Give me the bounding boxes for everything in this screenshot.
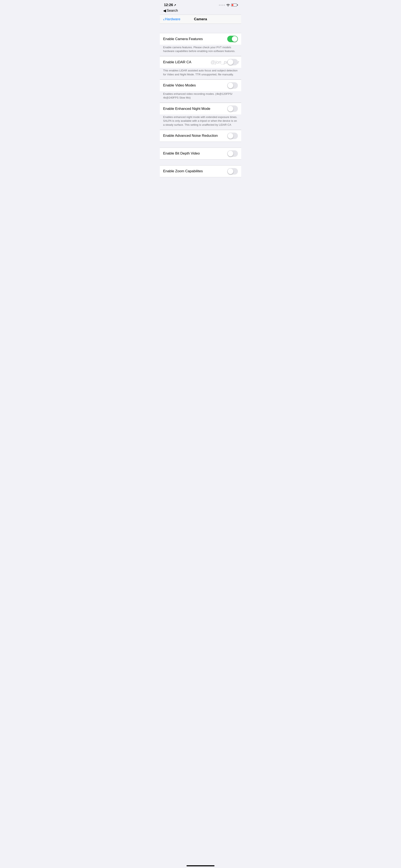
enable-night-mode-toggle[interactable]: [227, 105, 238, 112]
enable-zoom-capabilities-toggle[interactable]: [227, 168, 238, 175]
enable-video-modes-description: Enables enhanced video recording modes. …: [160, 91, 241, 103]
battery-icon: [231, 4, 237, 6]
toggle-thumb: [228, 106, 233, 112]
bit-depth-block: Enable Bit Depth Video: [160, 148, 241, 159]
camera-features-section: Enable Camera Features Enable camera fea…: [160, 33, 241, 56]
page: 12:26 ↗ ◀ Search: [160, 0, 241, 868]
enable-noise-reduction-row: Enable Advanced Noise Reduction: [160, 130, 241, 142]
enable-video-modes-toggle[interactable]: [227, 82, 238, 89]
toggle-thumb: [228, 59, 233, 65]
wifi-icon: [226, 4, 230, 6]
hardware-back-label[interactable]: Hardware: [165, 17, 181, 21]
enable-camera-features-toggle[interactable]: [227, 36, 238, 42]
toggle-thumb: [228, 133, 233, 138]
bottom-spacer: [160, 177, 241, 194]
mid-spacer-2: [160, 159, 241, 165]
video-modes-block: Enable Video Modes: [160, 80, 241, 91]
camera-features-block: Enable Camera Features: [160, 33, 241, 45]
search-nav: ◀ Search: [160, 8, 241, 14]
toggle-thumb: [228, 168, 233, 174]
enable-noise-reduction-label: Enable Advanced Noise Reduction: [163, 134, 227, 138]
enable-zoom-capabilities-label: Enable Zoom Capabilites: [163, 169, 227, 173]
hardware-back-button[interactable]: ‹ Hardware: [163, 17, 180, 22]
back-triangle-icon: ◀: [163, 8, 166, 13]
toggle-thumb: [232, 36, 238, 42]
clock: 12:26: [164, 3, 173, 7]
enable-lidar-ca-description: This enables LiDAR assisted auto focus a…: [160, 68, 241, 79]
night-mode-section: Enable Enhanced Night Mode Enables enhan…: [160, 103, 241, 130]
status-bar: 12:26 ↗: [160, 0, 241, 8]
toggle-thumb: [228, 83, 233, 88]
enable-bit-depth-label: Enable Bit Depth Video: [163, 151, 227, 156]
mid-spacer: [160, 142, 241, 148]
bit-depth-section: Enable Bit Depth Video: [160, 148, 241, 159]
search-back-row: ◀ Search: [163, 8, 238, 13]
enable-night-mode-description: Enables enhanced night mode with extende…: [160, 115, 241, 130]
hardware-back-chevron: ‹: [163, 17, 164, 22]
enable-bit-depth-row: Enable Bit Depth Video: [160, 148, 241, 159]
enable-camera-features-row: Enable Camera Features: [160, 33, 241, 45]
enable-camera-features-description: Enable camera features. Please check you…: [160, 45, 241, 56]
toggle-thumb: [228, 151, 233, 156]
navigation-bar: ‹ Hardware Camera: [160, 14, 241, 24]
home-indicator: [186, 865, 215, 866]
enable-noise-reduction-toggle[interactable]: [227, 132, 238, 139]
search-back-label[interactable]: Search: [167, 8, 178, 13]
enable-video-modes-label: Enable Video Modes: [163, 83, 227, 88]
enable-lidar-ca-row: Enable LiDAR CA @jon_prosser: [160, 56, 241, 68]
video-modes-section: Enable Video Modes Enables enhanced vide…: [160, 80, 241, 103]
status-icons: [219, 4, 237, 6]
page-title: Camera: [194, 17, 207, 21]
enable-lidar-ca-label: Enable LiDAR CA: [163, 60, 225, 64]
zoom-capabilities-section: Enable Zoom Capabilites: [160, 165, 241, 177]
location-icon: ↗: [174, 4, 176, 7]
night-mode-block: Enable Enhanced Night Mode: [160, 103, 241, 115]
enable-bit-depth-toggle[interactable]: [227, 150, 238, 157]
signal-icon: [219, 5, 225, 6]
enable-lidar-ca-toggle[interactable]: [227, 59, 238, 65]
status-time: 12:26 ↗: [164, 3, 176, 7]
zoom-capabilities-block: Enable Zoom Capabilites: [160, 165, 241, 177]
top-spacer: [160, 26, 241, 33]
enable-camera-features-label: Enable Camera Features: [163, 37, 227, 41]
enable-zoom-capabilities-row: Enable Zoom Capabilites: [160, 165, 241, 177]
settings-container: Enable Camera Features Enable camera fea…: [160, 24, 241, 194]
enable-night-mode-row: Enable Enhanced Night Mode: [160, 103, 241, 115]
noise-reduction-block: Enable Advanced Noise Reduction: [160, 130, 241, 142]
enable-night-mode-label: Enable Enhanced Night Mode: [163, 107, 227, 111]
enable-video-modes-row: Enable Video Modes: [160, 80, 241, 91]
lidar-ca-section: Enable LiDAR CA @jon_prosser This enable…: [160, 56, 241, 79]
lidar-ca-block: Enable LiDAR CA @jon_prosser: [160, 56, 241, 68]
noise-reduction-section: Enable Advanced Noise Reduction: [160, 130, 241, 142]
